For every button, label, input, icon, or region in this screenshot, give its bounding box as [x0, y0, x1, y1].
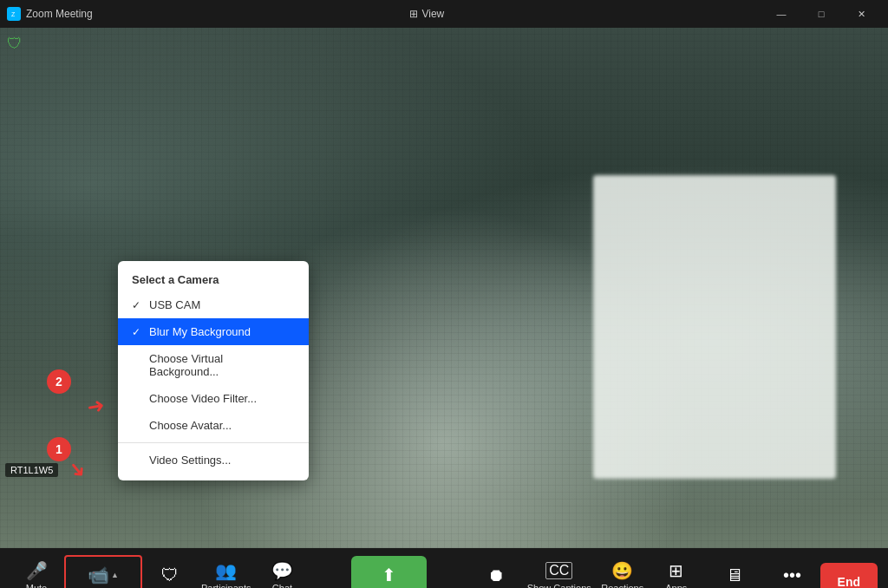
maximize-button[interactable]: □: [801, 0, 841, 28]
captions-icon: CC: [545, 562, 572, 579]
captions-button[interactable]: CC Show Captions ▲: [524, 552, 595, 588]
check-icon: ✓: [132, 299, 144, 311]
menu-item-video-settings[interactable]: Video Settings...: [118, 447, 309, 474]
title-bar-left: Z Zoom Meeting: [7, 7, 93, 21]
view-button[interactable]: ⊞ View: [409, 8, 444, 20]
share-icon: ⬆: [382, 565, 396, 585]
video-icon: 📹: [88, 565, 109, 585]
share-screen-button[interactable]: ⬆ Share Screen: [351, 556, 427, 588]
stop-video-button[interactable]: 📹 ▲ Stop Video: [64, 555, 142, 588]
context-menu: Select a Camera ✓ USB CAM ✓ Blur My Back…: [118, 261, 309, 480]
window-controls: — □ ✕: [761, 0, 881, 28]
whiteboards-icon: 🖥: [726, 566, 743, 584]
step2-circle: 2: [47, 369, 71, 394]
more-icon: •••: [783, 566, 801, 584]
more-button[interactable]: ••• More: [767, 552, 819, 588]
record-icon: ⏺: [487, 566, 505, 584]
view-icon: ⊞: [409, 8, 418, 20]
participants-button[interactable]: 👥 Participants ▲: [198, 552, 254, 588]
participants-icon: 👥: [215, 562, 237, 579]
close-button[interactable]: ✕: [841, 0, 881, 28]
participant-name-tag: RT1L1W5: [5, 463, 58, 477]
toolbar: 🎤 Mute ▲ 📹 ▲ Stop Video 🛡 Security 👥 Par…: [0, 548, 888, 588]
apps-icon: ⊞: [669, 562, 683, 579]
reactions-button[interactable]: 😀 Reactions ▲: [597, 552, 649, 588]
security-button[interactable]: 🛡 Security: [144, 552, 196, 588]
mute-button[interactable]: 🎤 Mute ▲: [10, 552, 62, 588]
whiteboards-button[interactable]: 🖥 Whiteboards: [704, 552, 765, 588]
check-icon-blur: ✓: [132, 326, 144, 338]
chat-icon: 💬: [271, 562, 293, 579]
app-icon: Z: [7, 7, 21, 21]
video-area: 🛡 RT1L1W5 2 ➜ 1 ➜ Select a Camera ✓ USB …: [0, 28, 888, 548]
title-bar: Z Zoom Meeting ⊞ View — □ ✕: [0, 0, 888, 28]
svg-text:Z: Z: [11, 11, 16, 17]
mic-icon: 🎤: [26, 562, 48, 579]
reactions-icon: 😀: [611, 562, 633, 579]
step1-circle: 1: [47, 437, 71, 461]
menu-item-virtual-bg[interactable]: Choose Virtual Background...: [118, 345, 309, 385]
window-title: Zoom Meeting: [26, 8, 93, 20]
menu-item-video-filter[interactable]: Choose Video Filter...: [118, 385, 309, 412]
menu-header: Select a Camera: [118, 268, 309, 291]
security-shield-icon: 🛡: [7, 35, 23, 52]
security-icon: 🛡: [161, 566, 179, 584]
chat-button[interactable]: 💬 Chat ▲: [256, 552, 308, 588]
menu-divider: [118, 442, 309, 443]
end-button[interactable]: End: [820, 563, 878, 588]
menu-item-avatar[interactable]: Choose Avatar...: [118, 412, 309, 439]
apps-button[interactable]: ⊞ Apps ▲: [650, 552, 702, 588]
menu-item-blur-bg[interactable]: ✓ Blur My Background: [118, 318, 309, 345]
video-blur-region: [593, 175, 836, 479]
minimize-button[interactable]: —: [761, 0, 801, 28]
video-caret-icon: ▲: [111, 571, 119, 579]
record-button[interactable]: ⏺ Record: [470, 552, 522, 588]
menu-item-usb-cam[interactable]: ✓ USB CAM: [118, 291, 309, 318]
